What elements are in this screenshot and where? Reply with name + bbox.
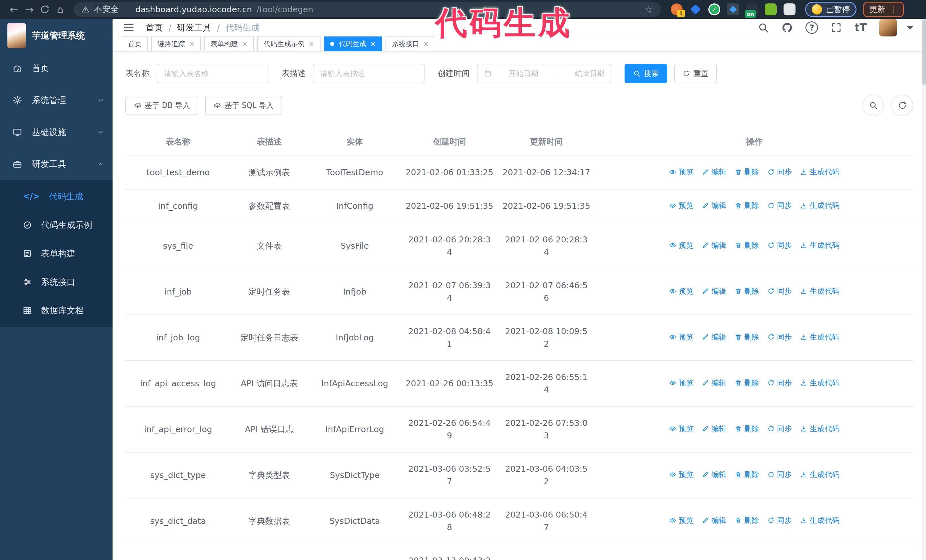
action-delete[interactable]: 删除 — [735, 515, 759, 526]
extension-icon[interactable] — [765, 3, 777, 15]
extension-icon[interactable] — [727, 3, 739, 15]
tab-4[interactable]: 代码生成示例× — [257, 36, 321, 51]
extension-icon[interactable]: ✓ — [708, 3, 720, 15]
sidebar-subitem-5[interactable]: 数据库文档 — [0, 296, 112, 325]
sidebar-toggle-icon[interactable] — [123, 22, 135, 33]
bookmark-star-icon[interactable]: ☆ — [645, 4, 653, 15]
action-generate[interactable]: 生成代码 — [800, 515, 840, 526]
avatar[interactable] — [879, 19, 897, 36]
sidebar-subitem-4[interactable]: 系统接口 — [0, 268, 112, 296]
action-preview[interactable]: 预览 — [669, 166, 693, 177]
tab-1[interactable]: 首页 — [122, 36, 148, 51]
tab-close-icon[interactable]: × — [309, 41, 314, 47]
action-generate[interactable]: 生成代码 — [800, 200, 840, 211]
tab-close-icon[interactable]: × — [370, 41, 376, 47]
action-edit[interactable]: 编辑 — [702, 423, 726, 435]
action-generate[interactable]: 生成代码 — [800, 166, 840, 177]
tab-5[interactable]: 代码生成× — [324, 36, 382, 51]
tab-2[interactable]: 链路追踪× — [151, 36, 201, 51]
sidebar-item-2[interactable]: 系统管理 — [0, 84, 112, 116]
sidebar-subitem-2[interactable]: 代码生成示例 — [0, 211, 112, 239]
action-edit[interactable]: 编辑 — [702, 240, 726, 251]
action-edit[interactable]: 编辑 — [702, 166, 726, 177]
action-delete[interactable]: 删除 — [735, 469, 759, 480]
action-edit[interactable]: 编辑 — [702, 200, 726, 211]
action-preview[interactable]: 预览 — [669, 240, 693, 251]
help-icon[interactable]: ? — [805, 21, 818, 34]
breadcrumb-item[interactable]: 首页 — [145, 22, 163, 33]
browser-home-icon[interactable]: ⌂ — [53, 2, 68, 17]
action-preview[interactable]: 预览 — [669, 515, 693, 526]
table-name-input[interactable] — [157, 64, 268, 83]
action-delete[interactable]: 删除 — [735, 332, 759, 343]
action-delete[interactable]: 删除 — [735, 423, 759, 435]
action-sync[interactable]: 同步 — [767, 332, 792, 343]
browser-forward-icon[interactable]: → — [22, 2, 37, 17]
address-bar[interactable]: 不安全 dashboard.yudao.iocoder.cn /tool/cod… — [74, 2, 661, 17]
action-sync[interactable]: 同步 — [767, 515, 792, 526]
browser-back-icon[interactable]: ← — [6, 2, 22, 17]
reset-button[interactable]: 重置 — [674, 64, 717, 83]
action-sync[interactable]: 同步 — [767, 166, 792, 177]
action-sync[interactable]: 同步 — [767, 200, 792, 211]
action-preview[interactable]: 预览 — [669, 332, 693, 343]
sidebar-item-3[interactable]: 基础设施 — [0, 116, 112, 148]
action-delete[interactable]: 删除 — [735, 377, 759, 388]
action-sync[interactable]: 同步 — [767, 240, 792, 251]
action-generate[interactable]: 生成代码 — [800, 423, 840, 435]
action-preview[interactable]: 预览 — [669, 200, 693, 211]
action-sync[interactable]: 同步 — [767, 469, 792, 480]
tab-3[interactable]: 表单构建× — [204, 36, 254, 51]
extensions-puzzle-icon[interactable] — [784, 3, 796, 15]
search-button[interactable]: 搜索 — [625, 64, 667, 83]
action-delete[interactable]: 删除 — [735, 286, 759, 297]
fullscreen-icon[interactable] — [831, 22, 842, 33]
action-preview[interactable]: 预览 — [669, 377, 693, 388]
action-generate[interactable]: 生成代码 — [800, 240, 840, 251]
action-sync[interactable]: 同步 — [767, 423, 792, 435]
github-icon[interactable] — [782, 22, 793, 33]
tab-close-icon[interactable]: × — [423, 41, 429, 47]
extension-icon[interactable]: on — [746, 3, 758, 15]
sidebar-item-4[interactable]: 研发工具 — [0, 148, 112, 180]
avatar-caret-icon[interactable] — [904, 22, 916, 33]
action-sync[interactable]: 同步 — [767, 377, 792, 388]
table-desc-input[interactable] — [313, 64, 425, 83]
extension-icon[interactable] — [690, 3, 702, 15]
browser-menu-icon[interactable]: ⋮ — [889, 5, 898, 15]
action-preview[interactable]: 预览 — [669, 423, 693, 435]
logo[interactable]: 芋道管理系统 — [0, 19, 112, 53]
action-preview[interactable]: 预览 — [669, 469, 693, 480]
tab-close-icon[interactable]: × — [242, 41, 248, 47]
action-sync[interactable]: 同步 — [767, 286, 792, 297]
sidebar-item-1[interactable]: 首页 — [0, 53, 112, 84]
sidebar-subitem-1[interactable]: </>代码生成 — [0, 182, 112, 211]
action-generate[interactable]: 生成代码 — [800, 377, 840, 388]
header-search-icon[interactable] — [758, 22, 769, 33]
action-edit[interactable]: 编辑 — [702, 286, 726, 297]
action-edit[interactable]: 编辑 — [702, 515, 726, 526]
action-delete[interactable]: 删除 — [735, 166, 759, 177]
breadcrumb-item[interactable]: 研发工具 — [177, 22, 211, 33]
action-delete[interactable]: 删除 — [735, 200, 759, 211]
tab-6[interactable]: 系统接口× — [386, 36, 435, 51]
action-edit[interactable]: 编辑 — [702, 377, 726, 388]
toggle-search-button[interactable] — [862, 95, 884, 116]
browser-update-button[interactable]: 更新 ⋮ — [863, 2, 904, 17]
action-edit[interactable]: 编辑 — [702, 469, 726, 480]
action-edit[interactable]: 编辑 — [702, 332, 726, 343]
action-preview[interactable]: 预览 — [669, 286, 693, 297]
action-generate[interactable]: 生成代码 — [800, 469, 840, 480]
import-sql-button[interactable]: 基于 SQL 导入 — [205, 96, 282, 115]
sidebar-subitem-3[interactable]: 表单构建 — [0, 239, 112, 268]
action-generate[interactable]: 生成代码 — [800, 286, 840, 297]
scrollbar-thumb[interactable] — [922, 20, 926, 85]
import-db-button[interactable]: 基于 DB 导入 — [126, 96, 198, 115]
browser-reload-icon[interactable] — [37, 2, 53, 17]
refresh-table-button[interactable] — [891, 95, 913, 116]
date-range-picker[interactable]: 开始日期 - 结束日期 — [477, 64, 611, 83]
tab-close-icon[interactable]: × — [189, 41, 195, 47]
profile-paused-badge[interactable]: 已暂停 — [805, 2, 856, 17]
action-delete[interactable]: 删除 — [735, 240, 759, 251]
action-generate[interactable]: 生成代码 — [800, 332, 840, 343]
